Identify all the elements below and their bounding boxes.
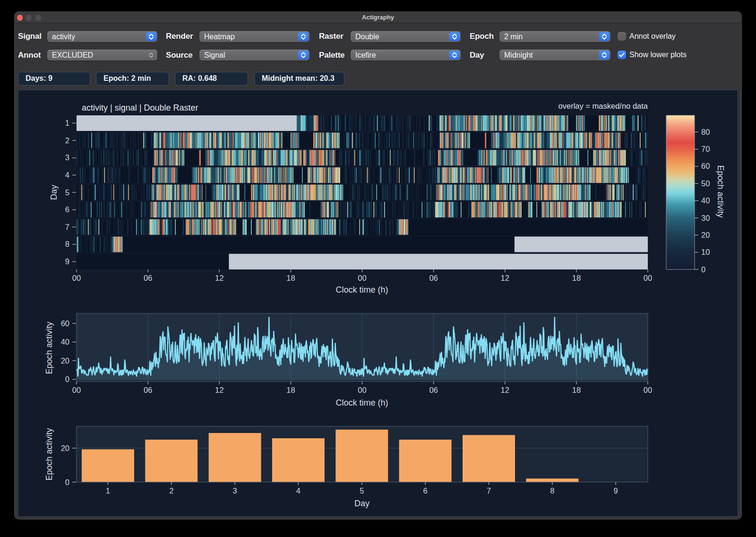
svg-text:0: 0 bbox=[65, 478, 69, 486]
svg-text:60: 60 bbox=[61, 319, 69, 328]
svg-text:00: 00 bbox=[72, 386, 81, 394]
svg-text:overlay = masked/no data: overlay = masked/no data bbox=[558, 102, 648, 110]
svg-text:5: 5 bbox=[360, 486, 364, 495]
svg-text:2: 2 bbox=[169, 486, 173, 495]
svg-text:18: 18 bbox=[286, 274, 295, 282]
svg-text:9: 9 bbox=[65, 257, 69, 266]
svg-text:7: 7 bbox=[65, 223, 69, 231]
svg-text:20: 20 bbox=[61, 444, 69, 452]
svg-text:0: 0 bbox=[701, 265, 705, 274]
svg-text:60: 60 bbox=[701, 162, 710, 170]
svg-text:12: 12 bbox=[501, 274, 509, 282]
svg-text:40: 40 bbox=[701, 196, 710, 205]
svg-text:Epoch activity: Epoch activity bbox=[44, 321, 54, 374]
svg-text:30: 30 bbox=[701, 214, 710, 222]
svg-text:Clock time (h): Clock time (h) bbox=[335, 285, 388, 294]
svg-text:06: 06 bbox=[144, 274, 152, 282]
svg-text:00: 00 bbox=[72, 274, 81, 282]
svg-text:06: 06 bbox=[144, 386, 152, 394]
svg-text:3: 3 bbox=[65, 153, 69, 162]
svg-text:Day: Day bbox=[49, 185, 59, 200]
svg-text:6: 6 bbox=[423, 486, 428, 495]
svg-text:0: 0 bbox=[65, 375, 69, 383]
svg-text:20: 20 bbox=[61, 356, 69, 365]
svg-text:00: 00 bbox=[358, 274, 366, 282]
svg-text:10: 10 bbox=[701, 248, 710, 256]
svg-text:4: 4 bbox=[65, 171, 69, 179]
svg-text:12: 12 bbox=[501, 386, 509, 394]
svg-text:3: 3 bbox=[233, 486, 237, 495]
svg-text:00: 00 bbox=[644, 386, 652, 394]
svg-text:4: 4 bbox=[296, 486, 301, 495]
svg-text:activity | signal | Double Ras: activity | signal | Double Raster bbox=[82, 103, 198, 113]
svg-text:00: 00 bbox=[358, 386, 366, 394]
svg-text:8: 8 bbox=[65, 240, 69, 248]
svg-text:70: 70 bbox=[701, 145, 710, 153]
svg-text:18: 18 bbox=[572, 274, 581, 282]
svg-text:Day: Day bbox=[354, 499, 369, 508]
svg-text:Clock time (h): Clock time (h) bbox=[335, 398, 388, 407]
svg-text:1: 1 bbox=[106, 486, 110, 495]
svg-text:12: 12 bbox=[215, 274, 223, 282]
svg-text:18: 18 bbox=[572, 386, 581, 394]
svg-text:Epoch activity: Epoch activity bbox=[44, 428, 54, 480]
svg-text:06: 06 bbox=[429, 386, 438, 394]
svg-text:Epoch activity: Epoch activity bbox=[716, 165, 725, 217]
svg-text:7: 7 bbox=[487, 486, 491, 495]
svg-text:80: 80 bbox=[701, 128, 710, 136]
svg-text:6: 6 bbox=[65, 205, 69, 214]
svg-text:9: 9 bbox=[614, 486, 618, 495]
svg-text:06: 06 bbox=[429, 274, 438, 282]
svg-text:20: 20 bbox=[701, 231, 710, 239]
svg-text:18: 18 bbox=[286, 386, 295, 394]
svg-text:50: 50 bbox=[701, 179, 710, 188]
svg-text:8: 8 bbox=[550, 486, 554, 495]
svg-text:2: 2 bbox=[65, 136, 69, 145]
svg-text:12: 12 bbox=[215, 386, 223, 394]
svg-text:40: 40 bbox=[61, 338, 69, 346]
svg-text:5: 5 bbox=[65, 188, 69, 197]
svg-text:1: 1 bbox=[65, 119, 69, 127]
svg-text:00: 00 bbox=[644, 274, 652, 282]
